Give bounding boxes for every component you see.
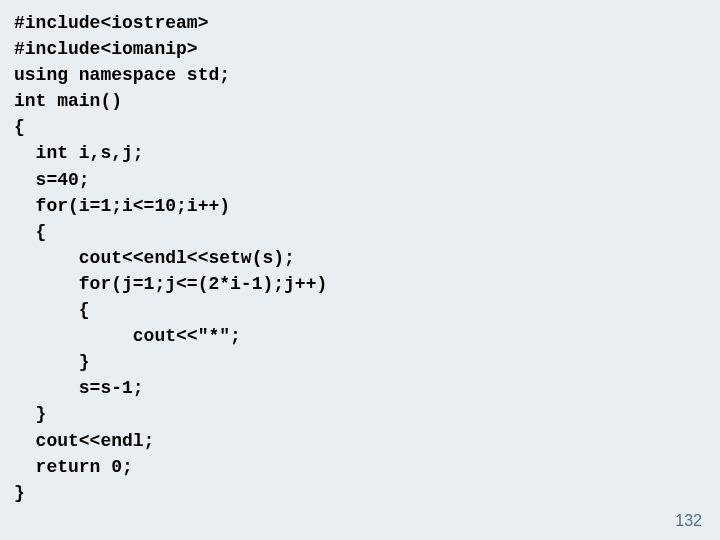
- code-line: using namespace std;: [14, 65, 230, 85]
- code-line: s=s-1;: [14, 378, 144, 398]
- code-line: }: [14, 352, 90, 372]
- code-line: {: [14, 300, 90, 320]
- code-line: int i,s,j;: [14, 143, 144, 163]
- code-block: #include<iostream> #include<iomanip> usi…: [0, 0, 720, 506]
- code-line: cout<<endl;: [14, 431, 154, 451]
- code-line: for(j=1;j<=(2*i-1);j++): [14, 274, 327, 294]
- code-line: {: [14, 117, 25, 137]
- code-line: int main(): [14, 91, 122, 111]
- code-line: cout<<endl<<setw(s);: [14, 248, 295, 268]
- code-line: }: [14, 404, 46, 424]
- code-line: #include<iostream>: [14, 13, 208, 33]
- code-line: return 0;: [14, 457, 133, 477]
- code-line: #include<iomanip>: [14, 39, 198, 59]
- code-line: {: [14, 222, 46, 242]
- page-number: 132: [675, 512, 702, 530]
- code-line: s=40;: [14, 170, 90, 190]
- code-line: cout<<"*";: [14, 326, 241, 346]
- code-line: for(i=1;i<=10;i++): [14, 196, 230, 216]
- code-line: }: [14, 483, 25, 503]
